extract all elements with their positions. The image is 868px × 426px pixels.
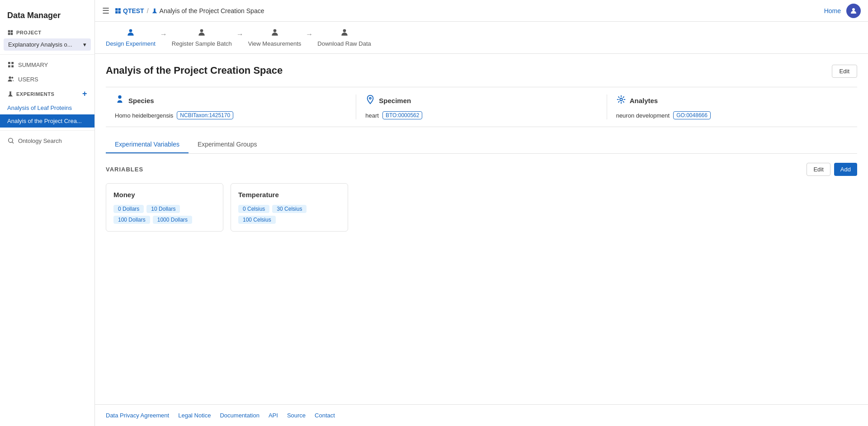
svg-point-19	[273, 29, 276, 33]
svg-point-8	[9, 76, 11, 79]
variable-card-temperature: Temperature 0 Celsius 30 Celsius 100 Cel…	[231, 183, 348, 232]
project-section-label: PROJECT	[0, 25, 94, 38]
svg-rect-14	[115, 11, 118, 13]
svg-rect-3	[11, 33, 13, 35]
analytes-link[interactable]: GO:0048666	[673, 111, 711, 119]
specimen-icon	[365, 95, 375, 107]
sidebar-item-analysis-project[interactable]: Analyis of the Project Crea...	[0, 114, 94, 128]
content-header: Analyis of the Project Creation Space Ed…	[106, 65, 857, 78]
workflow-step-register[interactable]: Register Sample Batch	[172, 28, 232, 47]
variable-card-money-tags: 0 Dollars 10 Dollars 100 Dollars 1000 Do…	[113, 205, 216, 224]
svg-point-20	[343, 29, 346, 33]
project-item[interactable]: Explanatory Analysis o... ▾	[4, 38, 91, 51]
variables-add-button[interactable]: Add	[834, 163, 857, 176]
user-avatar[interactable]	[846, 4, 861, 18]
footer-link-docs[interactable]: Documentation	[220, 412, 259, 419]
tag-1000-dollars: 1000 Dollars	[153, 216, 192, 224]
variables-edit-button[interactable]: Edit	[807, 163, 830, 176]
svg-rect-7	[11, 65, 14, 67]
breadcrumb-separator: /	[147, 7, 149, 14]
svg-point-23	[620, 98, 623, 101]
app-title: Data Manager	[0, 5, 94, 25]
workflow-bar: Design Experiment → Register Sample Batc…	[95, 22, 868, 54]
footer: Data Privacy Agreement Legal Notice Docu…	[95, 404, 868, 426]
workflow-step-download[interactable]: Download Raw Data	[317, 28, 371, 47]
breadcrumb-project[interactable]: QTEST	[115, 7, 144, 14]
page-title: Analyis of the Project Creation Space	[106, 65, 283, 76]
variable-card-temperature-title: Temperature	[238, 191, 340, 199]
svg-rect-15	[118, 11, 121, 13]
footer-link-privacy[interactable]: Data Privacy Agreement	[106, 412, 169, 419]
sidebar-item-analysis-leaf[interactable]: Analysis of Leaf Proteins	[0, 101, 94, 114]
experiments-section: EXPERIMENTS +	[0, 86, 94, 101]
svg-rect-6	[8, 65, 10, 67]
footer-link-source[interactable]: Source	[287, 412, 306, 419]
variables-title: VARIABLES	[106, 166, 143, 173]
svg-point-18	[200, 29, 203, 33]
svg-rect-0	[8, 30, 10, 33]
breadcrumb-page: Analyis of the Project Creation Space	[151, 7, 264, 14]
svg-point-17	[129, 29, 132, 33]
tabs-bar: Experimental Variables Experimental Grou…	[106, 136, 857, 154]
tag-100-celsius: 100 Celsius	[238, 216, 276, 224]
species-link[interactable]: NCBITaxon:1425170	[177, 111, 233, 119]
add-experiment-button[interactable]: +	[82, 89, 87, 99]
svg-rect-13	[118, 8, 121, 10]
workflow-step-design[interactable]: Design Experiment	[106, 28, 156, 47]
tag-30-celsius: 30 Celsius	[272, 205, 307, 213]
variable-card-money: Money 0 Dollars 10 Dollars 100 Dollars 1…	[106, 183, 223, 232]
top-edit-button[interactable]: Edit	[832, 65, 857, 78]
svg-line-30	[623, 96, 624, 98]
tab-experimental-variables[interactable]: Experimental Variables	[106, 136, 189, 153]
svg-point-21	[118, 95, 121, 99]
info-row: Species Homo heidelbergensis NCBITaxon:1…	[106, 87, 857, 127]
sidebar-item-users[interactable]: USERS	[0, 72, 94, 86]
specimen-link[interactable]: BTO:0000562	[382, 111, 423, 119]
svg-line-29	[623, 101, 624, 103]
svg-point-16	[852, 8, 855, 11]
svg-rect-12	[115, 8, 118, 10]
specimen-card: Specimen heart BTO:0000562	[356, 95, 607, 119]
tag-100-dollars: 100 Dollars	[113, 216, 150, 224]
variable-card-money-title: Money	[113, 191, 216, 199]
footer-link-legal[interactable]: Legal Notice	[178, 412, 211, 419]
svg-line-28	[618, 96, 619, 98]
breadcrumb: QTEST / Analyis of the Project Creation …	[115, 7, 264, 14]
tag-0-dollars: 0 Dollars	[113, 205, 144, 213]
svg-line-11	[12, 142, 14, 143]
sidebar-item-ontology[interactable]: Ontology Search	[0, 133, 94, 148]
variable-card-temperature-tags: 0 Celsius 30 Celsius 100 Celsius	[238, 205, 340, 224]
menu-icon[interactable]: ☰	[102, 6, 109, 16]
svg-rect-4	[8, 62, 10, 64]
svg-point-9	[11, 77, 13, 79]
workflow-arrow-2: →	[236, 30, 244, 45]
species-card: Species Homo heidelbergensis NCBITaxon:1…	[106, 95, 356, 119]
topbar: ☰ QTEST / Analyis of the Project Creatio…	[95, 0, 868, 22]
sidebar-item-summary[interactable]: SUMMARY	[0, 57, 94, 72]
variable-cards: Money 0 Dollars 10 Dollars 100 Dollars 1…	[106, 183, 857, 232]
footer-link-contact[interactable]: Contact	[315, 412, 335, 419]
tab-experimental-groups[interactable]: Experimental Groups	[189, 136, 266, 153]
workflow-arrow-3: →	[306, 30, 313, 45]
svg-point-10	[9, 138, 13, 142]
footer-link-api[interactable]: API	[269, 412, 278, 419]
svg-line-31	[618, 101, 619, 103]
workflow-arrow-1: →	[160, 30, 167, 45]
variables-header: VARIABLES Edit Add	[106, 163, 857, 176]
svg-point-22	[369, 97, 371, 99]
tag-10-dollars: 10 Dollars	[146, 205, 180, 213]
svg-rect-5	[11, 62, 14, 64]
home-link[interactable]: Home	[824, 7, 841, 14]
analytes-icon	[616, 95, 626, 107]
svg-rect-1	[11, 30, 13, 33]
analytes-card: Analytes neuron development GO:0048666	[607, 95, 857, 119]
workflow-step-measurements[interactable]: View Measurements	[248, 28, 302, 47]
svg-rect-2	[8, 33, 10, 35]
tag-0-celsius: 0 Celsius	[238, 205, 269, 213]
species-icon	[115, 95, 125, 107]
